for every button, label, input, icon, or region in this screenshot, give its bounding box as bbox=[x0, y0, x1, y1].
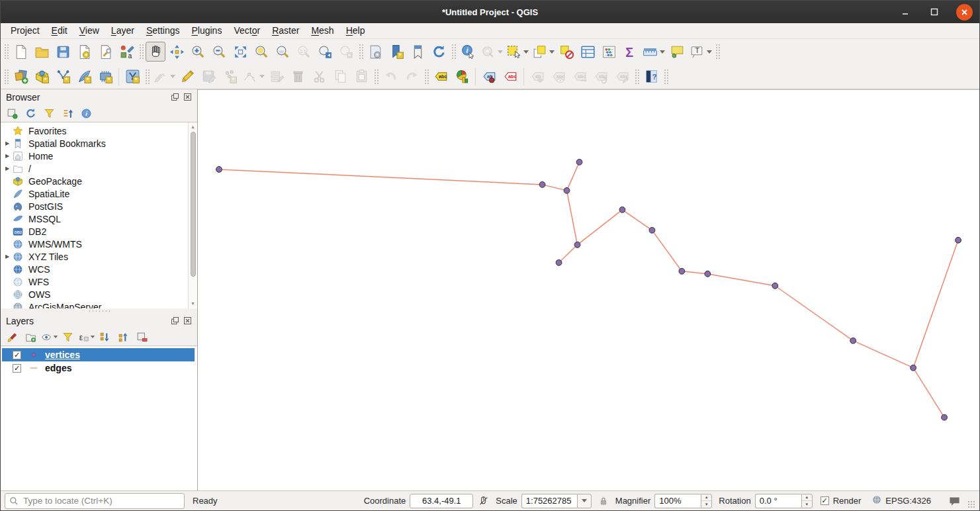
menu-edit[interactable]: Edit bbox=[46, 23, 73, 39]
spin-up-icon[interactable]: ▲ bbox=[802, 494, 812, 502]
spin-down-icon[interactable]: ▼ bbox=[701, 501, 711, 508]
browser-item-wms-wmts[interactable]: WMS/WMTS bbox=[1, 238, 188, 250]
scale-dropdown-button[interactable] bbox=[577, 494, 592, 508]
pan-map-button[interactable] bbox=[146, 42, 165, 62]
highlight-labels-button[interactable]: abc bbox=[500, 67, 520, 87]
scroll-up-icon[interactable]: ▲ bbox=[191, 122, 195, 132]
browser-item-favorites[interactable]: Favorites bbox=[1, 124, 188, 137]
deselect-features-button[interactable] bbox=[557, 42, 576, 62]
new-print-layout-button[interactable] bbox=[74, 42, 94, 62]
browser-item-db2[interactable]: DB2DB2 bbox=[1, 225, 188, 238]
pin-labels-button[interactable]: ab bbox=[479, 67, 499, 87]
browser-item-wfs[interactable]: WFS bbox=[1, 275, 188, 288]
browser-item-home[interactable]: ▶Home bbox=[1, 150, 188, 162]
layers-close-button[interactable] bbox=[183, 316, 192, 326]
refresh-browser-button[interactable] bbox=[23, 106, 38, 120]
render-toggle[interactable]: ✓ Render bbox=[821, 496, 862, 506]
filter-legend-button[interactable] bbox=[60, 330, 75, 344]
show-spatial-bookmarks-button[interactable] bbox=[408, 42, 427, 62]
layer-row-edges[interactable]: ✓edges bbox=[2, 361, 195, 375]
menu-settings[interactable]: Settings bbox=[140, 23, 186, 39]
layer-visibility-checkbox[interactable]: ✓ bbox=[13, 351, 21, 359]
spin-up-icon[interactable]: ▲ bbox=[701, 494, 711, 502]
identify-features-button[interactable]: i bbox=[458, 42, 478, 62]
new-shapefile-layer-button[interactable]: * bbox=[53, 67, 73, 87]
browser-item--[interactable]: ▶/ bbox=[1, 162, 188, 175]
menu-help[interactable]: Help bbox=[340, 23, 371, 39]
refresh-map-button[interactable] bbox=[429, 42, 449, 62]
coordinate-input[interactable] bbox=[410, 494, 473, 508]
new-virtual-layer-button[interactable]: * bbox=[122, 67, 142, 87]
browser-item-geopackage[interactable]: GeoPackage bbox=[1, 175, 188, 187]
help-contents-button[interactable]: ? bbox=[641, 67, 661, 87]
collapse-all-layers-button[interactable] bbox=[116, 330, 130, 344]
add-selected-layers-button[interactable] bbox=[5, 106, 19, 120]
style-manager-button[interactable]: a bbox=[116, 42, 136, 62]
layer-labeling-button[interactable]: abc bbox=[431, 67, 451, 87]
save-project-button[interactable] bbox=[53, 42, 73, 62]
minimize-button[interactable] bbox=[898, 5, 913, 19]
close-button[interactable] bbox=[956, 4, 973, 21]
browser-float-button[interactable] bbox=[170, 93, 179, 102]
zoom-to-layer-button[interactable] bbox=[273, 42, 292, 62]
filter-browser-button[interactable] bbox=[42, 106, 56, 120]
zoom-full-extent-button[interactable] bbox=[230, 42, 250, 62]
toggle-editing-button[interactable] bbox=[177, 67, 197, 87]
collapse-all-browser-button[interactable] bbox=[60, 106, 75, 120]
scroll-down-icon[interactable]: ▼ bbox=[191, 299, 195, 308]
zoom-to-selection-button[interactable] bbox=[251, 42, 271, 62]
dock-splitter[interactable] bbox=[1, 308, 197, 313]
expand-arrow-icon[interactable]: ▶ bbox=[1, 254, 11, 259]
open-project-button[interactable] bbox=[32, 42, 52, 62]
menu-plugins[interactable]: Plugins bbox=[185, 23, 228, 39]
zoom-in-button[interactable] bbox=[188, 42, 208, 62]
expand-arrow-icon[interactable]: ▶ bbox=[1, 140, 11, 146]
messages-icon[interactable] bbox=[948, 496, 961, 506]
browser-item-spatial-bookmarks[interactable]: ▶Spatial Bookmarks bbox=[1, 137, 188, 150]
new-spatial-bookmark-button[interactable]: * bbox=[386, 42, 406, 62]
new-geopackage-layer-button[interactable]: * bbox=[32, 67, 52, 87]
properties-widget-button[interactable]: i bbox=[79, 106, 93, 120]
magnifier-input[interactable] bbox=[654, 494, 701, 508]
lock-scale-icon[interactable] bbox=[598, 496, 609, 506]
resize-grip[interactable] bbox=[967, 500, 975, 508]
menu-raster[interactable]: Raster bbox=[266, 23, 305, 39]
browser-item-arcgismapserver[interactable]: ArcGisMapServer bbox=[1, 301, 188, 308]
browser-item-postgis[interactable]: PostGIS bbox=[1, 200, 188, 212]
pan-to-selection-button[interactable] bbox=[167, 42, 187, 62]
browser-item-ows[interactable]: OWS bbox=[1, 288, 188, 301]
locator-input[interactable] bbox=[5, 493, 185, 509]
spin-down-icon[interactable]: ▼ bbox=[802, 501, 812, 508]
browser-item-mssql[interactable]: MSSQL bbox=[1, 212, 188, 225]
maximize-button[interactable] bbox=[927, 5, 942, 19]
open-field-calculator-button[interactable] bbox=[599, 42, 619, 62]
browser-item-wcs[interactable]: WCS bbox=[1, 263, 188, 275]
menu-layer[interactable]: Layer bbox=[105, 23, 140, 39]
browser-scrollbar[interactable]: ▲ ▼ bbox=[188, 122, 197, 308]
new-map-view-button[interactable] bbox=[365, 42, 385, 62]
layer-visibility-checkbox[interactable]: ✓ bbox=[13, 364, 21, 373]
layer-diagram-button[interactable] bbox=[452, 67, 472, 87]
browser-item-xyz-tiles[interactable]: ▶XYZ Tiles bbox=[1, 250, 188, 263]
open-layer-styling-button[interactable] bbox=[5, 330, 19, 344]
title-bar[interactable]: *Untitled Project - QGIS bbox=[1, 1, 979, 23]
browser-item-spatialite[interactable]: SpatiaLite bbox=[1, 187, 188, 200]
manage-map-themes-button[interactable] bbox=[42, 330, 56, 344]
expand-arrow-icon[interactable]: ▶ bbox=[1, 165, 11, 171]
browser-close-button[interactable] bbox=[183, 93, 192, 102]
layers-float-button[interactable] bbox=[170, 316, 179, 326]
expand-arrow-icon[interactable]: ▶ bbox=[1, 153, 11, 159]
select-features-by-value-button[interactable] bbox=[531, 42, 555, 62]
zoom-out-button[interactable] bbox=[209, 42, 229, 62]
filter-by-expression-button[interactable]: ε bbox=[79, 330, 93, 344]
open-attribute-table-button[interactable] bbox=[578, 42, 598, 62]
show-statistical-summary-button[interactable]: Σ bbox=[620, 42, 640, 62]
new-project-button[interactable] bbox=[11, 42, 30, 62]
menu-vector[interactable]: Vector bbox=[228, 23, 266, 39]
expand-all-button[interactable] bbox=[97, 330, 112, 344]
crs-status[interactable]: EPSG:4326 bbox=[871, 494, 931, 507]
map-tips-button[interactable] bbox=[667, 42, 687, 62]
zoom-last-button[interactable] bbox=[315, 42, 335, 62]
menu-project[interactable]: Project bbox=[5, 23, 46, 39]
new-temporary-scratch-layer-button[interactable]: * bbox=[95, 67, 115, 87]
